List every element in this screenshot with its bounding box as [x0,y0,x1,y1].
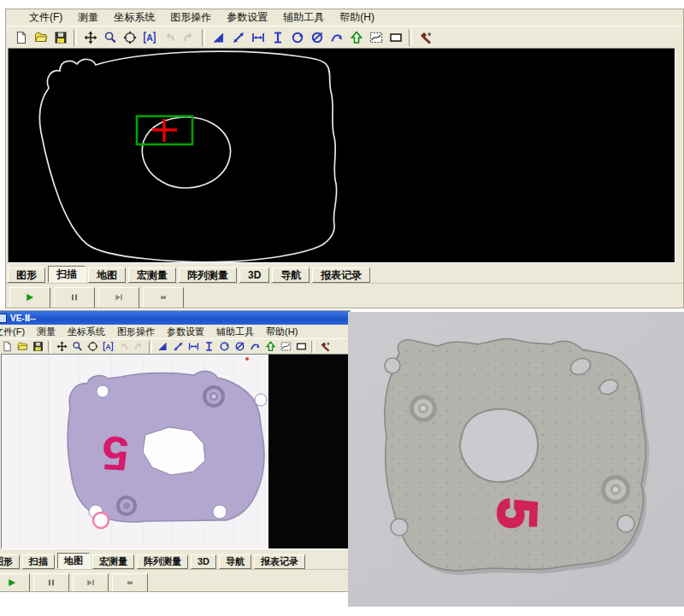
pause-button[interactable] [33,573,69,593]
tab-array-measure[interactable]: 阵列测量 [179,267,237,283]
menu-bar: 文件(F)测量坐标系统图形操作参数设置辅助工具帮助(H) [0,325,350,338]
fit-view-icon[interactable] [85,340,100,354]
menu-graphic-operations[interactable]: 图形操作 [111,326,161,338]
play-button[interactable] [9,287,50,308]
graphics-canvas[interactable] [8,48,675,263]
part-photo: 5 [348,312,684,607]
new-file-icon[interactable] [11,28,31,46]
save-icon[interactable] [50,28,70,46]
rotate-ccw-icon[interactable] [232,340,247,354]
save-icon[interactable] [30,340,45,354]
tools-icon[interactable] [416,28,435,46]
new-file-icon[interactable] [0,340,15,354]
arc-tool-icon[interactable] [327,28,346,46]
step-button[interactable] [73,573,109,593]
rotate-cw-icon[interactable] [216,340,232,354]
scan-view: 5 [2,355,351,549]
toolbar-separator [202,29,205,46]
tab-map[interactable]: 地图 [88,267,126,283]
window-title-bar[interactable]: VE-Ⅱ-- [0,311,350,325]
tab-report-log[interactable]: 报表记录 [312,267,370,283]
stop-button[interactable] [143,287,184,308]
contour-view [9,49,675,262]
move-up-icon[interactable] [346,28,366,46]
toolbar [0,338,350,354]
vertical-distance-icon[interactable] [268,28,287,46]
tab-array-measure[interactable]: 阵列测量 [137,554,188,569]
pan-move-icon[interactable] [80,28,100,46]
auto-focus-icon[interactable] [100,340,115,354]
undo-icon [115,340,131,354]
menu-measure[interactable]: 测量 [70,10,106,25]
zoom-select-icon[interactable] [69,340,85,354]
toolbar-separator [409,29,412,46]
menu-help[interactable]: 帮助(H) [260,326,304,338]
stop-button[interactable] [112,573,148,593]
menu-parameter-settings[interactable]: 参数设置 [219,10,275,25]
tab-macro-measure[interactable]: 宏测量 [128,267,176,283]
scan-rivet-top-right [203,385,225,408]
zoom-select-icon[interactable] [100,28,120,46]
tab-graphics[interactable]: 图形 [0,554,20,569]
angle-measure-icon[interactable] [155,340,170,354]
photo-rivet-upper-left [410,395,437,422]
part-mark-scan: 5 [101,426,130,482]
tab-graphics[interactable]: 图形 [8,267,45,283]
menu-file[interactable]: 文件(F) [21,10,70,25]
tab-scan[interactable]: 扫描 [22,554,55,569]
menu-parameter-settings[interactable]: 参数设置 [161,326,210,338]
step-button[interactable] [98,287,139,308]
rect-tool-icon[interactable] [386,28,405,46]
window-title: VE-Ⅱ-- [10,314,36,323]
tools-icon[interactable] [317,340,333,354]
tab-scan[interactable]: 扫描 [48,266,86,283]
tab-map[interactable]: 地图 [57,553,90,569]
open-folder-icon[interactable] [31,28,50,46]
diagonal-arrows-icon[interactable] [228,28,248,46]
curve-box-icon[interactable] [366,28,386,46]
menu-help[interactable]: 帮助(H) [332,10,382,25]
vertical-distance-icon[interactable] [201,340,216,354]
pan-move-icon[interactable] [54,340,69,354]
tab-3d[interactable]: 3D [191,554,216,569]
camera-scan-canvas[interactable]: 5 [1,354,351,549]
diagonal-arrows-icon[interactable] [170,340,186,354]
tab-macro-measure[interactable]: 宏测量 [92,554,134,569]
playback-bar [6,283,683,308]
menu-coordinate-system[interactable]: 坐标系统 [62,326,111,338]
menu-coordinate-system[interactable]: 坐标系统 [106,10,162,25]
menu-auxiliary-tools[interactable]: 辅助工具 [210,326,260,338]
menu-measure[interactable]: 测量 [31,326,62,338]
horizontal-distance-icon[interactable] [186,340,201,354]
scan-black-strip [268,355,351,549]
rect-tool-icon[interactable] [293,340,309,354]
tab-navigation[interactable]: 导航 [219,554,251,569]
pause-button[interactable] [54,287,95,308]
arc-tool-icon[interactable] [247,340,262,354]
move-up-icon[interactable] [262,340,278,354]
tab-navigation[interactable]: 导航 [272,267,310,283]
scan-glare-spot [93,513,109,528]
menu-file[interactable]: 文件(F) [0,326,31,338]
angle-measure-icon[interactable] [209,28,228,46]
tab-report-log[interactable]: 报表记录 [254,554,305,569]
photo-rivet-bottom-right [601,475,630,504]
curve-box-icon[interactable] [278,340,293,354]
play-button[interactable] [0,573,30,593]
toolbar-separator [48,341,51,353]
rotate-ccw-icon[interactable] [307,28,327,46]
rotate-cw-icon[interactable] [287,28,307,46]
scan-red-dot [245,357,249,361]
toolbar [6,26,683,48]
undo-icon [159,28,179,46]
menu-graphic-operations[interactable]: 图形操作 [162,10,219,25]
open-folder-icon[interactable] [15,340,30,354]
tab-3d[interactable]: 3D [239,267,269,283]
fit-view-icon[interactable] [120,28,139,46]
part-mark-photo: 5 [486,497,548,530]
horizontal-distance-icon[interactable] [248,28,268,46]
auto-focus-icon[interactable] [139,28,159,46]
menu-auxiliary-tools[interactable]: 辅助工具 [275,10,332,25]
toolbar-separator [149,341,152,353]
view-tabs: 图形扫描地图宏测量阵列测量3D导航报表记录 [6,263,683,283]
